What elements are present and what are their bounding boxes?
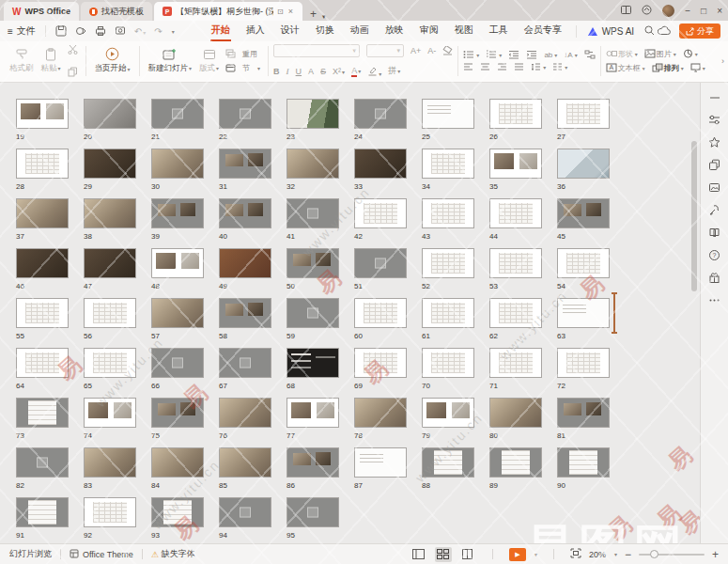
search-icon[interactable]	[644, 25, 655, 38]
font-name-select[interactable]: ▾	[273, 44, 360, 57]
slide-thumbnail-59[interactable]	[287, 298, 339, 328]
slide-thumbnail-55[interactable]	[16, 298, 69, 328]
text-direction-icon[interactable]: ab▾	[544, 51, 557, 59]
slide-thumbnail-39[interactable]	[151, 198, 204, 228]
slide-thumbnail-35[interactable]	[489, 149, 542, 179]
copy-icon[interactable]	[68, 64, 78, 81]
slide-thumbnail-27[interactable]	[557, 99, 610, 129]
reading-view-button[interactable]	[459, 547, 476, 562]
minimize-button[interactable]: −	[685, 6, 690, 16]
cloud-sync-icon[interactable]	[658, 25, 671, 38]
slide-thumbnail-46[interactable]	[16, 248, 69, 278]
convert-smartart-icon[interactable]	[584, 50, 596, 59]
scrollbar-thumb[interactable]	[691, 141, 697, 291]
menu-tab-3[interactable]: 切换	[315, 21, 335, 41]
slide-thumbnail-76[interactable]	[219, 398, 271, 428]
split-window-icon[interactable]	[621, 5, 631, 17]
slide-thumbnail-52[interactable]	[422, 248, 474, 278]
numbered-list-icon[interactable]: ▾	[486, 50, 502, 59]
menu-tab-5[interactable]: 放映	[384, 21, 405, 41]
slide-thumbnail-90[interactable]	[557, 447, 610, 478]
slide-thumbnail-74[interactable]	[84, 398, 136, 428]
slide-thumbnail-33[interactable]	[354, 149, 407, 179]
char-shadow-button[interactable]: A	[308, 67, 314, 76]
vertical-scrollbar[interactable]	[691, 83, 697, 543]
superscript-button[interactable]: X²▾	[333, 67, 345, 76]
paste-button[interactable]: 粘贴▾	[38, 48, 65, 74]
slide-thumbnail-37[interactable]	[16, 198, 69, 228]
help-icon[interactable]: ?	[707, 248, 721, 262]
font-size-select[interactable]: ▾	[366, 44, 404, 57]
slide-thumbnail-29[interactable]	[84, 149, 136, 179]
picture-button[interactable]: 图片▾	[644, 49, 676, 59]
tab-docer-templates[interactable]: 找稻壳模板	[81, 2, 152, 21]
slide-thumbnail-93[interactable]	[151, 497, 204, 527]
slide-thumbnail-20[interactable]	[84, 99, 136, 129]
slide-thumbnail-79[interactable]	[422, 398, 474, 428]
tab-list-chevron-icon[interactable]: ▾	[322, 13, 326, 21]
slide-thumbnail-36[interactable]	[557, 149, 610, 179]
menu-tab-7[interactable]: 视图	[454, 21, 474, 41]
pinyin-button[interactable]: 拼▾	[388, 65, 400, 77]
theme-skin-icon[interactable]	[642, 5, 652, 17]
tab-wps-home[interactable]: W WPS Office	[4, 2, 79, 21]
format-painter-button[interactable]: 格式刷	[6, 48, 38, 74]
slide-thumbnail-84[interactable]	[151, 447, 204, 478]
slide-thumbnail-56[interactable]	[84, 298, 136, 328]
slide-thumbnail-28[interactable]	[16, 149, 69, 179]
slide-thumbnail-25[interactable]	[422, 99, 474, 129]
file-menu-button[interactable]: ≡ 文件	[8, 24, 36, 38]
user-avatar[interactable]	[662, 5, 674, 17]
slide-thumbnail-41[interactable]	[287, 198, 339, 228]
clear-format-icon[interactable]	[442, 42, 453, 59]
slide-thumbnail-71[interactable]	[489, 348, 542, 378]
gift-icon[interactable]	[707, 271, 721, 285]
zoom-out-button[interactable]: −	[625, 548, 631, 561]
tab-document[interactable]: P 【矩阵纵横】桐乡世御- (深化 ⊡ ×	[154, 2, 302, 21]
slide-thumbnail-75[interactable]	[151, 398, 204, 428]
slide-thumbnail-88[interactable]	[422, 447, 474, 478]
properties-icon[interactable]	[707, 113, 721, 127]
bullet-list-icon[interactable]: ▾	[463, 50, 479, 59]
font-color-button[interactable]: A▾	[351, 66, 361, 77]
slide-thumbnail-80[interactable]	[489, 398, 542, 428]
slide-thumbnail-81[interactable]	[557, 398, 610, 428]
slide-thumbnail-31[interactable]	[219, 149, 271, 179]
slide-thumbnail-19[interactable]	[16, 99, 69, 129]
vertical-text-icon[interactable]: ↓A▾	[564, 51, 577, 59]
cut-icon[interactable]	[68, 41, 78, 58]
zoom-slider-handle[interactable]	[650, 550, 658, 558]
qat-more-chevron-icon[interactable]: ▾	[172, 28, 175, 35]
zoom-in-button[interactable]: +	[712, 548, 719, 561]
screen-icon[interactable]: ▾	[690, 63, 705, 72]
slide-thumbnail-51[interactable]	[354, 248, 407, 278]
slide-thumbnail-78[interactable]	[354, 398, 407, 428]
arrange-button[interactable]: 排列▾	[652, 63, 684, 73]
slide-thumbnail-53[interactable]	[489, 248, 542, 278]
menu-tab-4[interactable]: 动画	[349, 21, 370, 41]
slide-thumbnail-43[interactable]	[422, 198, 474, 228]
slide-thumbnail-95[interactable]	[287, 497, 339, 527]
slide-thumbnail-87[interactable]	[354, 447, 407, 478]
menu-tab-0[interactable]: 开始	[210, 21, 231, 41]
textbox-button[interactable]: A文本框▾	[606, 63, 645, 73]
play-options-chevron-icon[interactable]: ▾	[534, 551, 537, 557]
slide-thumbnail-70[interactable]	[422, 348, 474, 378]
decrease-indent-icon[interactable]	[508, 50, 519, 59]
slide-thumbnail-77[interactable]	[287, 398, 339, 428]
highlight-color-icon[interactable]: ▾	[367, 63, 381, 80]
justify-icon[interactable]	[514, 63, 524, 71]
tab-close-icon[interactable]: ×	[287, 7, 294, 16]
slide-thumbnail-91[interactable]	[16, 497, 69, 527]
new-tab-button[interactable]: +	[310, 8, 317, 21]
slide-thumbnail-42[interactable]	[354, 198, 407, 228]
print-icon[interactable]	[95, 25, 106, 37]
slide-thumbnail-83[interactable]	[84, 447, 136, 478]
slide-thumbnail-67[interactable]	[219, 348, 271, 378]
bold-button[interactable]: B	[273, 67, 280, 76]
fit-to-window-icon[interactable]	[570, 548, 581, 560]
slide-thumbnail-68[interactable]	[287, 348, 339, 378]
more-icon[interactable]	[707, 293, 721, 307]
menu-tab-9[interactable]: 会员专享	[523, 21, 563, 41]
ribbon-expander-chevron-icon[interactable]: ›	[721, 56, 724, 66]
